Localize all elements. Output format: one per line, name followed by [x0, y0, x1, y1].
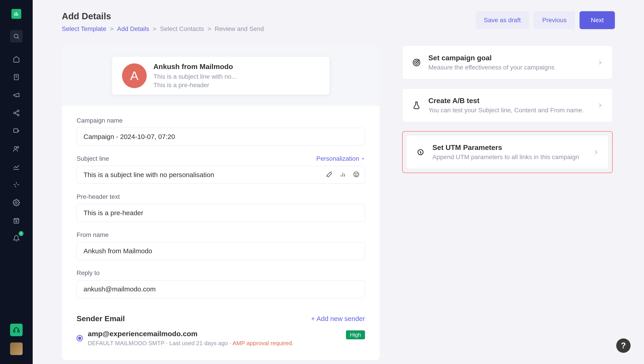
svg-point-8: [17, 110, 19, 112]
svg-point-15: [17, 146, 19, 148]
next-button[interactable]: Next: [580, 11, 615, 29]
opt-title: Set campaign goal: [428, 54, 590, 62]
sender-option[interactable]: amp@experiencemailmodo.com High DEFAULT …: [76, 330, 365, 347]
notification-badge: 3: [18, 231, 24, 236]
emoji-icon[interactable]: [353, 171, 360, 179]
svg-line-4: [18, 38, 19, 39]
target-icon: [411, 57, 422, 68]
preview-avatar: A: [122, 64, 147, 88]
nav-actions-icon[interactable]: [10, 178, 22, 191]
amp-warning: AMP approval required.: [232, 340, 294, 346]
svg-point-20: [16, 202, 17, 204]
svg-line-26: [331, 172, 332, 172]
svg-rect-13: [14, 129, 18, 132]
opt-utm-highlighted: Set UTM Parameters Append UTM parameters…: [402, 131, 613, 173]
details-card: A Ankush from Mailmodo This is a subject…: [62, 46, 380, 360]
opt-utm-parameters[interactable]: Set UTM Parameters Append UTM parameters…: [406, 135, 608, 169]
breadcrumb-step[interactable]: Review and Send: [215, 25, 264, 33]
nav-settings-icon[interactable]: [10, 196, 22, 209]
user-avatar[interactable]: [10, 342, 22, 355]
campaign-name-input[interactable]: [76, 128, 365, 146]
campaign-name-label: Campaign name: [76, 117, 365, 124]
opt-campaign-goal[interactable]: Set campaign goal Measure the effectiven…: [402, 46, 613, 79]
previous-button[interactable]: Previous: [534, 11, 575, 29]
chevron-right-icon: [597, 102, 604, 109]
side-options: Set campaign goal Measure the effectiven…: [402, 46, 613, 173]
search-button[interactable]: [10, 30, 22, 43]
breadcrumb-step[interactable]: Select Template: [62, 25, 106, 33]
cursor-click-icon: [416, 147, 426, 157]
opt-desc: You can test your Subject line, Content …: [428, 107, 590, 114]
nav-home-icon[interactable]: [10, 53, 22, 66]
svg-rect-0: [14, 13, 15, 16]
email-preview-card: A Ankush from Mailmodo This is a subject…: [112, 57, 330, 95]
svg-rect-1: [16, 12, 16, 16]
breadcrumb: Select Template > Add Details > Select C…: [62, 25, 264, 33]
save-draft-button[interactable]: Save as draft: [476, 11, 529, 29]
preview-from: Ankush from Mailmodo: [154, 63, 237, 71]
opt-ab-test[interactable]: Create A/B test You can test your Subjec…: [402, 88, 613, 122]
opt-desc: Measure the effectiveness of your campai…: [428, 64, 590, 71]
opt-title: Create A/B test: [428, 97, 590, 105]
preview-subject: This is a subject line with no...: [154, 73, 237, 80]
breadcrumb-step[interactable]: Add Details: [117, 25, 149, 33]
subject-input[interactable]: [76, 166, 365, 184]
deliverability-badge: High: [346, 330, 365, 339]
svg-point-31: [354, 172, 359, 177]
chevron-right-icon: [597, 59, 604, 66]
opt-desc: Append UTM parameters to all links in th…: [432, 154, 586, 161]
sender-last-used: Last used 21 days ago: [169, 340, 228, 346]
sender-email-heading: Sender Email: [76, 314, 125, 323]
app-logo[interactable]: [12, 9, 21, 19]
svg-point-3: [14, 34, 18, 38]
svg-point-10: [17, 114, 19, 116]
nav-calendar-icon[interactable]: [10, 214, 22, 227]
svg-rect-24: [14, 330, 15, 332]
preview-strip: A Ankush from Mailmodo This is a subject…: [62, 46, 380, 106]
svg-point-23: [16, 221, 17, 222]
subject-label: Subject line: [76, 155, 109, 162]
sender-smtp-label: DEFAULT MAILMODO SMTP: [88, 340, 164, 346]
svg-point-32: [355, 173, 356, 174]
svg-point-9: [14, 112, 16, 114]
radio-selected-icon[interactable]: [76, 335, 83, 341]
nav-templates-icon[interactable]: [10, 71, 22, 83]
preview-preheader: This is a pre-header: [154, 82, 237, 89]
opt-title: Set UTM Parameters: [432, 143, 586, 152]
sender-email-value: amp@experiencemailmodo.com: [88, 330, 198, 338]
preheader-label: Pre-header text: [76, 193, 365, 200]
svg-point-36: [416, 62, 417, 63]
page-title: Add Details: [62, 11, 264, 21]
magic-wand-icon[interactable]: [326, 171, 333, 179]
svg-point-33: [357, 173, 358, 174]
flask-icon: [411, 100, 422, 111]
breadcrumb-step[interactable]: Select Contacts: [160, 25, 204, 33]
svg-line-12: [15, 113, 17, 115]
svg-line-19: [15, 186, 16, 187]
personalization-link[interactable]: Personalization: [316, 155, 365, 162]
reply-to-input[interactable]: [76, 280, 365, 298]
bar-chart-icon[interactable]: [340, 171, 346, 179]
from-name-input[interactable]: [76, 242, 365, 260]
nav-contacts-icon[interactable]: [10, 143, 22, 155]
nav-analytics-icon[interactable]: [10, 160, 22, 173]
nav-notifications-icon[interactable]: 3: [10, 232, 22, 245]
reply-to-label: Reply to: [76, 269, 365, 277]
help-fab[interactable]: ?: [616, 338, 630, 353]
svg-line-11: [15, 111, 17, 113]
svg-rect-2: [17, 14, 18, 16]
from-name-label: From name: [76, 231, 365, 238]
preheader-input[interactable]: [76, 204, 365, 222]
nav-forms-icon[interactable]: [10, 125, 22, 137]
chevron-right-icon: [593, 149, 600, 156]
nav-campaigns-icon[interactable]: [10, 89, 22, 101]
add-sender-link[interactable]: + Add new sender: [311, 315, 365, 322]
svg-line-27: [327, 176, 327, 177]
sidebar: 3: [0, 0, 33, 364]
nav-share-icon[interactable]: [10, 107, 22, 119]
svg-point-14: [14, 146, 17, 149]
support-button[interactable]: [10, 324, 22, 336]
svg-rect-25: [18, 330, 19, 332]
